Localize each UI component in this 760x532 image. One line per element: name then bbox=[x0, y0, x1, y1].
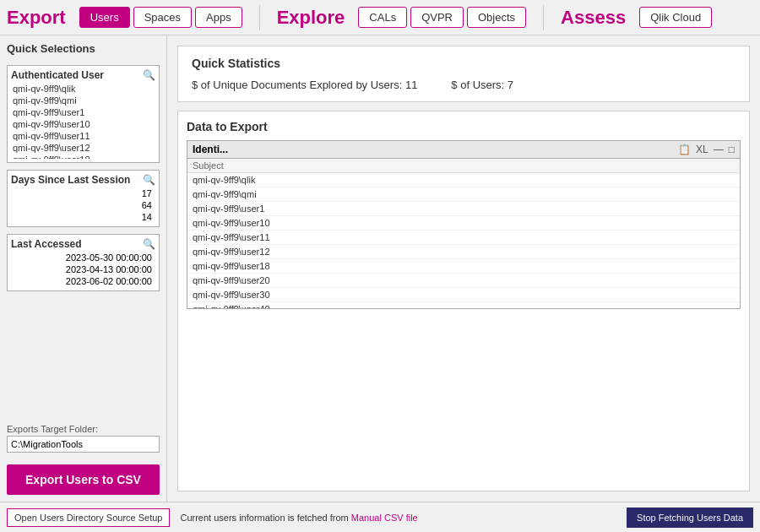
authenticated-user-filter: Authenticated User 🔍 qmi-qv-9ff9\qlik qm… bbox=[7, 65, 160, 163]
auth-user-search-icon[interactable]: 🔍 bbox=[143, 69, 155, 81]
table-row[interactable]: qmi-qv-9ff9\user20 bbox=[187, 274, 740, 288]
accessed-header: Last Accessed 🔍 bbox=[11, 238, 155, 250]
stat-unique-docs: $ of Unique Documents Explored by Users:… bbox=[192, 79, 417, 91]
cals-tab[interactable]: CALs bbox=[358, 7, 407, 28]
explore-label: Explore bbox=[277, 7, 345, 29]
table-row[interactable]: qmi-qv-9ff9\qlik bbox=[187, 173, 740, 187]
auth-user-label: Authenticated User bbox=[11, 69, 104, 81]
open-users-directory-button[interactable]: Open Users Directory Source Setup bbox=[7, 508, 170, 527]
users-tab[interactable]: Users bbox=[79, 7, 130, 28]
days-search-icon[interactable]: 🔍 bbox=[143, 174, 155, 186]
table-toolbar: 📋 XL — □ bbox=[678, 144, 735, 155]
list-item[interactable]: 2023-06-02 00:00:00 bbox=[62, 275, 155, 287]
app-header: Export Users Spaces Apps Explore CALs QV… bbox=[0, 0, 760, 35]
left-panel: Quick Selections Authenticated User 🔍 qm… bbox=[0, 35, 167, 502]
exports-folder-input[interactable] bbox=[7, 436, 160, 453]
list-item[interactable]: qmi-qv-9ff9\user18 bbox=[11, 154, 155, 159]
accessed-list: 2023-05-30 00:00:00 2023-04-13 00:00:00 … bbox=[11, 252, 155, 287]
table-copy-icon[interactable]: 📋 bbox=[678, 144, 691, 155]
list-item[interactable]: qmi-qv-9ff9\user11 bbox=[11, 130, 155, 142]
stop-fetching-button[interactable]: Stop Fetching Users Data bbox=[627, 508, 753, 528]
list-item[interactable]: qmi-qv-9ff9\user12 bbox=[11, 142, 155, 154]
export-nav: Users Spaces Apps bbox=[79, 7, 242, 28]
table-row[interactable]: qmi-qv-9ff9\user18 bbox=[187, 259, 740, 274]
table-row[interactable]: qmi-qv-9ff9\qmi bbox=[187, 187, 740, 202]
table-row[interactable]: qmi-qv-9ff9\user40 bbox=[187, 302, 740, 308]
right-panel: Quick Statistics $ of Unique Documents E… bbox=[167, 35, 760, 502]
assess-label: Assess bbox=[561, 7, 626, 29]
table-col-header: Identi... bbox=[193, 144, 671, 155]
table-subheader: Subject bbox=[187, 159, 740, 173]
quick-stats-title: Quick Statistics bbox=[192, 57, 736, 70]
table-window-icon[interactable]: □ bbox=[729, 144, 735, 155]
table-row[interactable]: qmi-qv-9ff9\user10 bbox=[187, 216, 740, 231]
export-label: Export bbox=[7, 7, 66, 29]
quick-statistics-section: Quick Statistics $ of Unique Documents E… bbox=[177, 46, 750, 102]
table-minus-icon[interactable]: — bbox=[714, 144, 724, 155]
list-item[interactable]: 14 bbox=[138, 211, 155, 223]
list-item[interactable]: 2023-04-13 00:00:00 bbox=[62, 263, 155, 275]
main-content: Quick Selections Authenticated User 🔍 qm… bbox=[0, 35, 760, 502]
spaces-tab[interactable]: Spaces bbox=[133, 7, 192, 28]
stat-users: $ of Users: 7 bbox=[451, 79, 513, 91]
manual-csv-link[interactable]: Manual CSV file bbox=[351, 513, 418, 523]
footer-info: Current users information is fetched fro… bbox=[180, 513, 616, 523]
explore-nav: CALs QVPR Objects bbox=[358, 7, 526, 28]
days-label: Days Since Last Session bbox=[11, 174, 130, 186]
last-accessed-search-icon[interactable]: 🔍 bbox=[143, 238, 155, 250]
table-body: qmi-qv-9ff9\qlik qmi-qv-9ff9\qmi qmi-qv-… bbox=[187, 173, 740, 308]
table-row[interactable]: qmi-qv-9ff9\user11 bbox=[187, 231, 740, 245]
list-item[interactable]: qmi-qv-9ff9\user10 bbox=[11, 118, 155, 130]
table-row[interactable]: qmi-qv-9ff9\user30 bbox=[187, 288, 740, 302]
list-item[interactable]: qmi-qv-9ff9\qlik bbox=[11, 83, 155, 95]
table-row[interactable]: qmi-qv-9ff9\user12 bbox=[187, 245, 740, 259]
list-item[interactable]: 64 bbox=[138, 199, 155, 211]
stats-row: $ of Unique Documents Explored by Users:… bbox=[192, 79, 736, 91]
last-accessed-filter: Last Accessed 🔍 2023-05-30 00:00:00 2023… bbox=[7, 234, 160, 291]
data-table: Identi... 📋 XL — □ Subject qmi-qv-9ff9\q… bbox=[187, 140, 741, 309]
list-item[interactable]: 2023-05-30 00:00:00 bbox=[62, 252, 155, 263]
exports-folder-label: Exports Target Folder: bbox=[7, 424, 160, 434]
auth-user-header: Authenticated User 🔍 bbox=[11, 69, 155, 81]
qvpr-tab[interactable]: QVPR bbox=[410, 7, 464, 28]
days-since-filter: Days Since Last Session 🔍 17 64 14 bbox=[7, 170, 160, 227]
list-item[interactable]: 17 bbox=[138, 187, 155, 199]
data-export-section: Data to Export Identi... 📋 XL — □ Subjec… bbox=[177, 111, 750, 491]
footer: Open Users Directory Source Setup Curren… bbox=[0, 502, 760, 532]
exports-folder-section: Exports Target Folder: bbox=[7, 424, 160, 453]
table-row[interactable]: qmi-qv-9ff9\user1 bbox=[187, 202, 740, 216]
separator-2 bbox=[543, 5, 544, 30]
apps-tab[interactable]: Apps bbox=[195, 7, 242, 28]
data-export-title: Data to Export bbox=[187, 120, 741, 133]
export-users-button[interactable]: Export Users to CSV bbox=[7, 464, 160, 495]
table-header: Identi... 📋 XL — □ bbox=[187, 141, 740, 159]
footer-info-text: Current users information is fetched fro… bbox=[180, 513, 350, 523]
objects-tab[interactable]: Objects bbox=[467, 7, 526, 28]
last-accessed-label: Last Accessed bbox=[11, 238, 82, 250]
quick-selections-label: Quick Selections bbox=[7, 42, 160, 55]
list-item[interactable]: qmi-qv-9ff9\qmi bbox=[11, 95, 155, 106]
auth-user-list: qmi-qv-9ff9\qlik qmi-qv-9ff9\qmi qmi-qv-… bbox=[11, 83, 155, 159]
table-xl-label[interactable]: XL bbox=[696, 144, 708, 155]
days-header: Days Since Last Session 🔍 bbox=[11, 174, 155, 186]
qlik-cloud-tab[interactable]: Qlik Cloud bbox=[639, 7, 712, 28]
separator-1 bbox=[259, 5, 260, 30]
assess-nav: Qlik Cloud bbox=[639, 7, 712, 28]
list-item[interactable]: qmi-qv-9ff9\user1 bbox=[11, 106, 155, 118]
days-list: 17 64 14 bbox=[11, 187, 155, 223]
